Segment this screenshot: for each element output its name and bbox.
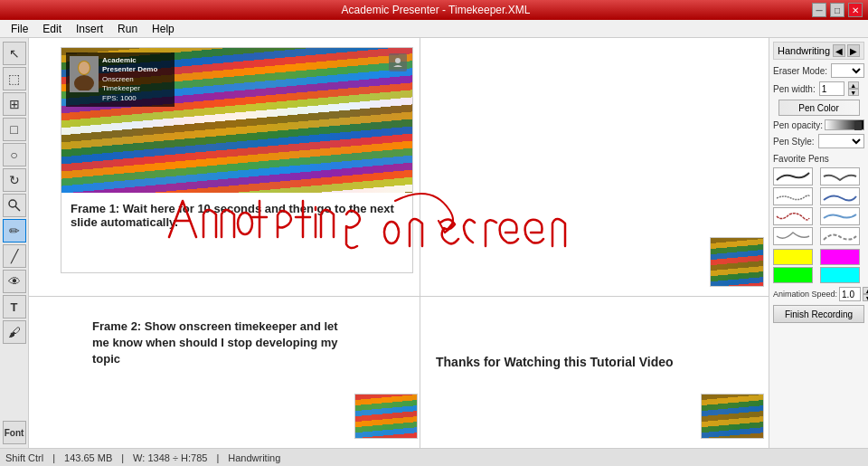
zoom-tool[interactable] xyxy=(3,194,26,217)
shape-tool[interactable]: □ xyxy=(3,118,26,141)
status-dimensions: W: 1348 ÷ H:785 xyxy=(133,452,207,463)
font-button[interactable]: Font xyxy=(3,421,26,444)
pen-width-row: Pen width: ▲ ▼ xyxy=(773,81,864,96)
pen-width-up[interactable]: ▲ xyxy=(848,81,859,89)
pencil-tool[interactable]: ✏ xyxy=(3,219,26,243)
pen-style-label: Pen Style: xyxy=(773,137,815,147)
slide1-overlay-text: Academic Presenter Demo Onscreen Timekee… xyxy=(102,56,171,103)
canvas-area[interactable]: Academic Presenter Demo Onscreen Timekee… xyxy=(29,38,769,448)
slide1: Academic Presenter Demo Onscreen Timekee… xyxy=(61,47,413,273)
demo-fps: FPS: 1000 xyxy=(102,94,171,103)
pen-color-button[interactable]: Pen Color xyxy=(778,100,860,116)
paint-tool[interactable]: 🖌 xyxy=(3,320,26,344)
status-mode: Handwriting xyxy=(228,452,280,463)
statusbar: Shift Ctrl | 143.65 MB | W: 1348 ÷ H:785… xyxy=(0,448,868,466)
pen-swatch-8[interactable] xyxy=(820,227,860,245)
pen-color-container: Pen Color xyxy=(773,100,864,116)
status-separator-3: | xyxy=(216,452,219,463)
anim-speed-spinner: ▲ ▼ xyxy=(863,287,868,301)
menu-item-edit[interactable]: Edit xyxy=(35,21,69,37)
finish-recording-button[interactable]: Finish Recording xyxy=(773,305,864,323)
pen-style-row: Pen Style: xyxy=(773,134,864,148)
color-swatch-yellow[interactable] xyxy=(773,249,813,265)
status-modifier: Shift Ctrl xyxy=(5,452,43,463)
menu-item-file[interactable]: File xyxy=(4,21,35,37)
right-panel: Handwriting ◀ ▶ Eraser Mode: Pen width: … xyxy=(769,38,868,448)
pen-swatch-6[interactable] xyxy=(820,207,860,225)
frame2-text: Frame 2: Show onscreen timekeeper and le… xyxy=(92,319,345,368)
eye-tool[interactable]: 👁 xyxy=(3,270,26,293)
pointer-tool[interactable]: ↖ xyxy=(3,42,26,65)
titlebar: Academic Presenter - Timekeeper.XML ─ □ … xyxy=(0,0,868,20)
text-tool[interactable]: T xyxy=(3,295,26,319)
menu-item-insert[interactable]: Insert xyxy=(69,21,110,37)
pen-swatch-5[interactable] xyxy=(773,207,813,225)
animation-speed-row: Animation Speed: ▲ ▼ xyxy=(773,287,864,301)
svg-line-1 xyxy=(15,206,20,211)
slide1-image: Academic Presenter Demo Onscreen Timekee… xyxy=(61,48,412,193)
eraser-mode-row: Eraser Mode: xyxy=(773,63,864,78)
anim-speed-label: Animation Speed: xyxy=(773,290,837,299)
menu-item-help[interactable]: Help xyxy=(145,21,182,37)
frame2-label: Frame 2: Show onscreen timekeeper and le… xyxy=(92,319,338,366)
color-swatch-magenta[interactable] xyxy=(820,249,860,265)
avatar xyxy=(70,56,99,92)
maximize-button[interactable]: □ xyxy=(830,3,844,17)
panel-header: Handwriting ◀ ▶ xyxy=(773,42,864,60)
menu-item-run[interactable]: Run xyxy=(110,21,145,37)
eraser-mode-select[interactable] xyxy=(831,63,864,78)
titlebar-title: Academic Presenter - Timekeeper.XML xyxy=(60,4,812,16)
minimize-button[interactable]: ─ xyxy=(812,3,826,17)
status-separator-1: | xyxy=(52,452,55,463)
pen-width-down[interactable]: ▼ xyxy=(848,89,859,96)
opacity-thumb[interactable] xyxy=(854,121,862,130)
rotate-tool[interactable]: ↻ xyxy=(3,168,26,192)
slide1-icon xyxy=(389,53,407,71)
line-tool[interactable]: ╱ xyxy=(3,244,26,268)
pen-swatch-1[interactable] xyxy=(773,167,813,185)
close-button[interactable]: ✕ xyxy=(848,3,863,17)
svg-point-0 xyxy=(9,200,16,207)
color-swatches xyxy=(773,249,864,283)
panel-next-button[interactable]: ▶ xyxy=(847,44,860,57)
thumbnail-bottom-left xyxy=(354,394,418,439)
slide1-frame-text: Frame 1: Wait here for 10 seconds and th… xyxy=(71,202,394,229)
pen-opacity-row: Pen opacity: xyxy=(773,119,864,130)
thumbnail-top-right xyxy=(710,237,764,287)
left-toolbar: ↖ ⬚ ⊞ □ ○ ↻ ✏ ╱ 👁 T 🖌 Font xyxy=(0,38,29,448)
anim-speed-up[interactable]: ▲ xyxy=(863,287,868,294)
pen-swatch-3[interactable] xyxy=(773,187,813,205)
svg-point-5 xyxy=(395,58,401,63)
pen-swatch-4[interactable] xyxy=(820,187,860,205)
thanks-text: Thanks for Watching this Tutorial Video xyxy=(436,355,674,369)
status-separator-2: | xyxy=(121,452,124,463)
thumbnail-bottom-right xyxy=(701,394,764,439)
h-divider-1 xyxy=(29,296,769,297)
color-swatch-green[interactable] xyxy=(773,267,813,283)
svg-point-3 xyxy=(74,75,94,90)
slide1-content: Frame 1: Wait here for 10 seconds and th… xyxy=(61,193,412,238)
slide1-overlay: Academic Presenter Demo Onscreen Timekee… xyxy=(66,52,175,107)
eraser-mode-label: Eraser Mode: xyxy=(773,66,827,76)
panel-prev-button[interactable]: ◀ xyxy=(833,44,845,57)
favorite-pens-label: Favorite Pens xyxy=(773,154,864,164)
pen-swatch-2[interactable] xyxy=(820,167,860,185)
thanks-label: Thanks for Watching this Tutorial Video xyxy=(436,355,674,369)
titlebar-controls: ─ □ ✕ xyxy=(812,3,863,17)
pen-width-input[interactable] xyxy=(819,81,844,96)
demo-subtitle: Onscreen Timekeeper xyxy=(102,75,171,94)
color-swatch-cyan[interactable] xyxy=(820,267,860,283)
pen-swatch-7[interactable] xyxy=(773,227,813,245)
select-tool[interactable]: ⬚ xyxy=(3,67,26,90)
svg-point-4 xyxy=(79,62,90,74)
pen-width-label: Pen width: xyxy=(773,84,816,94)
opacity-slider[interactable] xyxy=(825,119,864,130)
v-divider-1 xyxy=(420,38,420,448)
status-memory: 143.65 MB xyxy=(64,452,112,463)
anim-speed-down[interactable]: ▼ xyxy=(863,294,868,301)
pen-style-select[interactable] xyxy=(818,134,864,148)
circle-tool[interactable]: ○ xyxy=(3,143,26,166)
pen-opacity-label: Pen opacity: xyxy=(773,120,823,130)
crop-tool[interactable]: ⊞ xyxy=(3,92,26,116)
anim-speed-input[interactable] xyxy=(839,287,861,301)
